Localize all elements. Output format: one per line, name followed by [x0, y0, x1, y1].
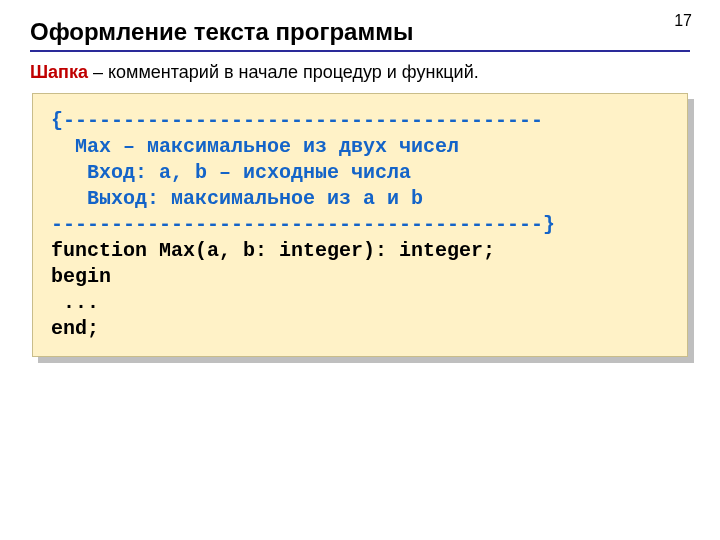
- code-keyword: begin: [51, 265, 111, 288]
- code-block: {---------------------------------------…: [32, 93, 688, 357]
- code-box: {---------------------------------------…: [32, 93, 688, 357]
- code-comment-line: Max – максимальное из двух чисел: [51, 135, 459, 158]
- title-rule: [30, 50, 690, 52]
- subtitle-keyword: Шапка: [30, 62, 88, 82]
- code-keyword: function: [51, 239, 147, 262]
- subtitle: Шапка – комментарий в начале процедур и …: [30, 62, 690, 83]
- slide: 17 Оформление текста программы Шапка – к…: [0, 0, 720, 540]
- code-comment-line: {---------------------------------------…: [51, 109, 543, 132]
- page-number: 17: [674, 12, 692, 30]
- code-comment-line: Вход: a, b – исходные числа: [51, 161, 411, 184]
- subtitle-rest: – комментарий в начале процедур и функци…: [88, 62, 479, 82]
- code-comment-line: Выход: максимальное из a и b: [51, 187, 423, 210]
- code-text: Max(a, b: integer): integer;: [147, 239, 495, 262]
- code-keyword: end;: [51, 317, 99, 340]
- code-comment-line: ----------------------------------------…: [51, 213, 555, 236]
- code-text: ...: [51, 291, 99, 314]
- slide-title: Оформление текста программы: [30, 18, 690, 46]
